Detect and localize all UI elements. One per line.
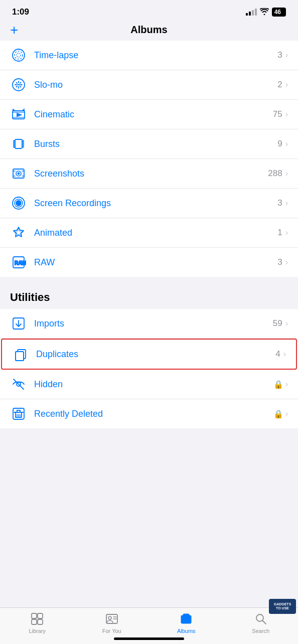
screen-recordings-count: 3 [277, 198, 282, 208]
svg-rect-54 [38, 619, 43, 624]
tab-for-you[interactable]: For You [75, 612, 150, 634]
svg-rect-51 [32, 613, 37, 618]
chevron-icon: › [285, 169, 288, 178]
cinematic-count: 75 [273, 109, 282, 119]
chevron-icon: › [285, 319, 288, 328]
raw-count: 3 [277, 257, 282, 267]
for-you-tab-label: For You [102, 628, 121, 634]
chevron-icon: › [285, 139, 288, 148]
svg-line-10 [17, 86, 18, 87]
main-content: Time-lapse 3 › Slo-mo [0, 41, 298, 478]
utilities-list: Imports 59 › Duplicates 4 › [0, 309, 298, 428]
status-bar: 1:09 46 [0, 0, 298, 20]
add-button[interactable]: + [10, 23, 18, 37]
svg-point-24 [18, 173, 20, 175]
list-item-cinematic[interactable]: Cinematic 75 › [0, 100, 298, 129]
raw-icon: RAW [10, 254, 27, 271]
slomo-icon [10, 76, 27, 93]
screen-recordings-label: Screen Recordings [34, 198, 277, 209]
hidden-lock-icon: 🔒 [273, 380, 283, 389]
tab-library[interactable]: Library [0, 612, 75, 634]
timelapse-icon [10, 47, 27, 64]
svg-line-41 [14, 379, 24, 389]
svg-rect-53 [32, 619, 37, 624]
svg-marker-18 [17, 113, 21, 116]
tab-albums[interactable]: Albums [149, 612, 224, 634]
animated-label: Animated [34, 228, 277, 238]
chevron-icon: › [285, 380, 288, 389]
status-icons: 46 [246, 8, 286, 17]
albums-tab-icon [179, 612, 193, 626]
header: + Albums [0, 20, 298, 41]
time-lapse-label: Time-lapse [34, 50, 277, 61]
list-item-time-lapse[interactable]: Time-lapse 3 › [0, 41, 298, 70]
search-tab-label: Search [252, 628, 269, 634]
media-types-list: Time-lapse 3 › Slo-mo [0, 41, 298, 277]
svg-rect-21 [23, 140, 24, 147]
svg-point-2 [17, 53, 21, 57]
imports-count: 59 [273, 318, 282, 329]
screenshots-icon [10, 165, 27, 182]
chevron-icon: › [285, 110, 288, 119]
utilities-section-header: Utilities [0, 277, 298, 309]
raw-label: RAW [34, 257, 277, 268]
bursts-icon [10, 135, 27, 152]
list-item-recently-deleted[interactable]: Recently Deleted 🔒 › [0, 399, 298, 428]
svg-line-9 [20, 83, 21, 84]
list-item-imports[interactable]: Imports 59 › [0, 309, 298, 339]
duplicates-icon [12, 346, 29, 363]
utilities-title: Utilities [10, 291, 50, 303]
duplicates-label: Duplicates [36, 349, 275, 360]
search-tab-icon [254, 612, 268, 626]
albums-tab-label: Albums [177, 628, 196, 634]
chevron-icon: › [285, 409, 288, 418]
imports-label: Imports [34, 318, 273, 329]
cinematic-icon [10, 106, 27, 123]
for-you-tab-icon [105, 612, 119, 626]
list-item-animated[interactable]: Animated 1 › [0, 218, 298, 248]
svg-rect-20 [14, 140, 15, 147]
svg-point-1 [15, 51, 23, 59]
hidden-label: Hidden [34, 379, 273, 390]
svg-text:RAW: RAW [15, 260, 26, 266]
svg-marker-14 [22, 109, 24, 111]
svg-marker-15 [13, 109, 15, 111]
library-tab-icon [30, 612, 44, 626]
recently-deleted-lock-icon: 🔒 [273, 409, 283, 419]
list-item-duplicates[interactable]: Duplicates 4 › [1, 339, 297, 370]
screenshots-count: 288 [268, 169, 282, 179]
list-item-bursts[interactable]: Bursts 9 › [0, 129, 298, 159]
bursts-count: 9 [277, 139, 282, 149]
list-item-screen-recordings[interactable]: Screen Recordings 3 › [0, 189, 298, 218]
chevron-icon: › [283, 350, 286, 359]
animated-icon [10, 224, 27, 241]
slo-mo-label: Slo-mo [34, 80, 277, 90]
wifi-icon [260, 8, 269, 17]
cinematic-label: Cinematic [34, 109, 273, 120]
status-time: 1:09 [12, 7, 29, 17]
list-item-raw[interactable]: RAW RAW 3 › [0, 248, 298, 277]
slo-mo-count: 2 [277, 80, 282, 90]
battery-icon: 46 [272, 8, 286, 17]
chevron-icon: › [285, 199, 288, 208]
tab-search[interactable]: Search [224, 612, 299, 634]
chevron-icon: › [285, 258, 288, 267]
svg-rect-52 [38, 613, 43, 618]
svg-rect-60 [183, 614, 189, 616]
list-item-slo-mo[interactable]: Slo-mo 2 › [0, 70, 298, 100]
library-tab-label: Library [29, 628, 46, 634]
svg-point-56 [108, 616, 111, 619]
duplicates-count: 4 [275, 349, 280, 359]
chevron-icon: › [285, 80, 288, 89]
hidden-icon [10, 376, 27, 393]
page-title: Albums [130, 24, 167, 36]
chevron-icon: › [285, 51, 288, 60]
bursts-label: Bursts [34, 139, 277, 149]
svg-rect-19 [15, 139, 22, 148]
list-item-hidden[interactable]: Hidden 🔒 › [0, 370, 298, 399]
recently-deleted-label: Recently Deleted [34, 409, 273, 419]
screen-recordings-icon [10, 195, 27, 212]
signal-icon [246, 9, 257, 16]
svg-line-12 [20, 86, 21, 87]
list-item-screenshots[interactable]: Screenshots 288 › [0, 159, 298, 189]
